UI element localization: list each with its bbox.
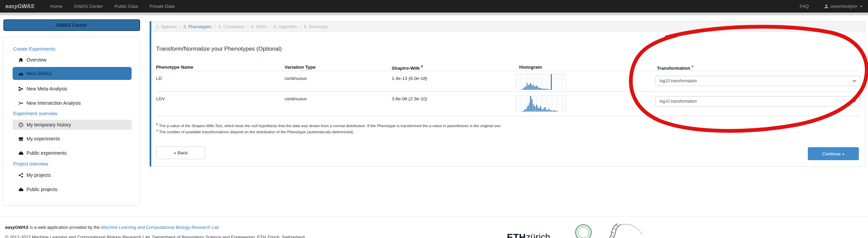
table-bottom-divider — [156, 116, 860, 116]
footer-copyright: © 2012-2022 Machine Learning and Computa… — [5, 235, 305, 238]
cloud-icon — [18, 151, 23, 156]
nav-item-private-data[interactable]: Private Data — [144, 4, 181, 9]
cell-phenotype-name: LD — [156, 76, 162, 81]
eth-zurich-logo: ETHzürich — [507, 232, 550, 238]
footnote-transformations: + The number of available transformation… — [156, 129, 354, 134]
share-icon — [18, 173, 23, 178]
seal-logo-icon — [575, 224, 592, 238]
cell-variation-type: continuous — [285, 76, 307, 81]
sidebar-item-new-meta-analysis[interactable]: New Meta-Analysis — [18, 86, 67, 91]
histogram-ldv — [516, 96, 566, 112]
nav-item-home[interactable]: Home — [44, 4, 68, 9]
col-header-shapiro-wilk: Shapiro-Wilk # — [392, 65, 423, 71]
table-header-divider — [156, 71, 860, 71]
nav-item-gwas-center[interactable]: GWAS Center — [68, 4, 109, 9]
breadcrumb-step-snps[interactable]: 4. SNPs — [251, 24, 267, 29]
cell-shapiro-wilk: 3.6e-06 (2.3e-10) — [392, 96, 427, 101]
user-icon — [824, 4, 829, 9]
breadcrumb-step-algorithm[interactable]: 5. Algorithm — [274, 24, 297, 29]
breadcrumb: 1. Species / 2. Phenotypes / 3. Covariat… — [151, 21, 865, 32]
footer-provided-by: easyGWAS is a web application provided b… — [5, 225, 219, 230]
transformation-select-ld[interactable]: log10 transformation — [655, 76, 861, 86]
sidebar-item-public-projects[interactable]: Public projects — [18, 187, 57, 192]
sidebar-panel: Create Experiments Overview New GWAS New… — [3, 37, 140, 206]
cell-variation-type: continuous — [285, 96, 307, 101]
nav-item-public-data[interactable]: Public Data — [109, 4, 144, 9]
easygwas-page: easyGWAS Home GWAS Center Public Data Pr… — [0, 0, 868, 238]
clock-icon — [18, 122, 23, 128]
brand-logo[interactable]: easyGWAS — [5, 3, 34, 10]
col-header-phenotype-name: Phenotype Name — [156, 65, 193, 70]
footer-divider — [0, 217, 868, 217]
username-label: woncheolyim — [831, 4, 857, 9]
top-navbar: easyGWAS Home GWAS Center Public Data Pr… — [0, 0, 868, 13]
home-icon — [18, 57, 23, 63]
sidebar-item-public-experiments[interactable]: Public experiments — [18, 150, 67, 156]
cell-phenotype-name: LDV — [156, 96, 165, 101]
nav-item-faq[interactable]: FAQ — [793, 4, 816, 9]
histogram-ld — [516, 74, 566, 90]
chevron-down-icon — [852, 100, 856, 103]
sidebar-item-my-projects[interactable]: My projects — [18, 172, 51, 178]
area-chart-icon — [18, 71, 23, 76]
page-title: Transform/Normalize your Phenotypes (Opt… — [156, 46, 282, 52]
col-header-histogram: Histogram — [519, 65, 542, 70]
user-menu[interactable]: woncheolyim — [824, 4, 863, 9]
navbar-divider — [0, 13, 868, 15]
back-button[interactable]: « Back — [156, 147, 205, 159]
hdd-icon — [18, 136, 23, 141]
footnote-shapiro: # The p-value of the Shapiro-Wilk-Test, … — [156, 122, 501, 128]
sidebar-heading-create-experiments[interactable]: Create Experiments — [13, 46, 55, 52]
caret-down-icon — [860, 6, 863, 7]
sidebar-item-new-intersection-analysis[interactable]: New Intersection Analysis — [18, 100, 81, 106]
lab-link[interactable]: Machine Learning and Computational Biolo… — [101, 225, 219, 230]
sidebar-heading-experiment-overview[interactable]: Experiment overview — [13, 111, 57, 116]
sidebar-heading-project-overview[interactable]: Project overview — [13, 161, 48, 167]
transformation-select-ldv[interactable]: log10 transformation — [655, 96, 861, 106]
sidebar-item-overview[interactable]: Overview — [18, 57, 46, 63]
dna-helix-icon — [602, 221, 645, 238]
col-header-variation-type: Variation Type — [285, 65, 316, 70]
sidebar-header-gwas-center[interactable]: GWAS Center — [3, 19, 140, 31]
sidebar-item-new-gwas[interactable]: New GWAS — [13, 67, 132, 80]
sidebar-item-my-temporary-history[interactable]: My temporary history — [13, 120, 132, 130]
breadcrumb-step-summary[interactable]: 6. Summary — [304, 24, 328, 29]
col-header-transformation: Transformation + — [657, 65, 694, 71]
table-row-divider — [156, 91, 860, 92]
sidebar-item-my-experiments[interactable]: My experiments — [18, 136, 60, 141]
meta-analysis-icon — [18, 86, 23, 91]
breadcrumb-step-phenotypes[interactable]: 2. Phenotypes — [183, 24, 211, 29]
continue-button[interactable]: Continue » — [808, 147, 859, 160]
cell-shapiro-wilk: 1.4e-13 (6.0e-18) — [392, 76, 427, 81]
breadcrumb-step-species[interactable]: 1. Species — [156, 24, 177, 29]
intersection-icon — [18, 101, 23, 106]
chevron-down-icon — [852, 80, 856, 82]
main-panel: 1. Species / 2. Phenotypes / 3. Covariat… — [150, 21, 865, 167]
breadcrumb-step-covariates[interactable]: 3. Covariates — [218, 24, 244, 29]
cloud-icon — [18, 187, 23, 192]
